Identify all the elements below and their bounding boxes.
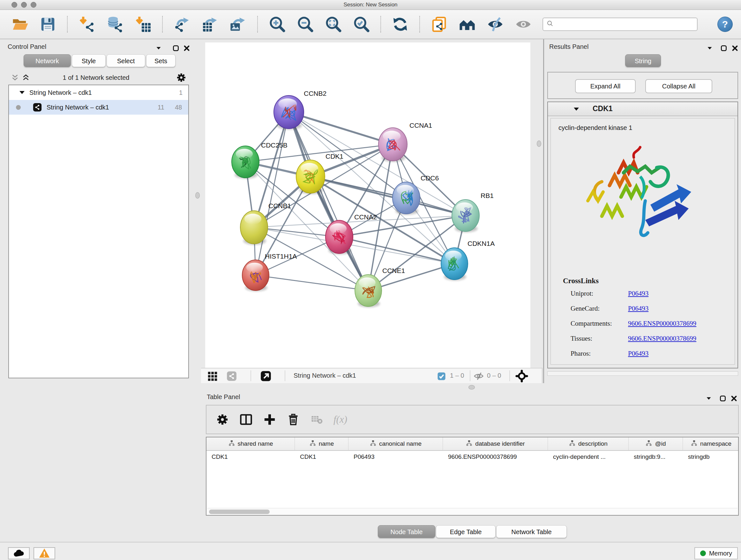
tab-string[interactable]: String (625, 54, 661, 67)
cloud-button[interactable] (8, 547, 30, 559)
crosslink-link[interactable]: 9606.ENSP00000378699 (628, 334, 696, 343)
table-cell[interactable]: 9606.ENSP00000378699 (443, 451, 548, 463)
network-canvas[interactable]: CCNB2 CCNA1 CDC25B CDK1 CDC6 RB1 CCNB1 (205, 43, 530, 368)
crosslink-link[interactable]: P06493 (628, 305, 649, 313)
search-input[interactable] (556, 20, 694, 28)
column-header-canonical-name[interactable]: canonical name (348, 437, 443, 450)
open-session-icon[interactable] (11, 15, 29, 33)
network-node-CDC25B[interactable] (232, 146, 259, 179)
network-edge[interactable] (289, 112, 368, 291)
zoom-fit-icon[interactable] (324, 15, 342, 33)
gene-section-header[interactable]: CDK1 (548, 102, 738, 116)
table-cell[interactable]: stringdb (683, 451, 739, 463)
export-image-icon[interactable] (229, 15, 247, 33)
show-columns-icon[interactable] (239, 413, 253, 427)
grid-view-icon[interactable] (207, 370, 218, 382)
control-panel-float-icon[interactable] (172, 44, 180, 52)
results-panel-menu-chevron-icon[interactable] (705, 44, 714, 52)
table-panel-close-icon[interactable] (730, 394, 738, 402)
toolbar-search[interactable] (542, 17, 697, 31)
network-node-CCNA2[interactable] (326, 220, 353, 254)
network-row-selected[interactable]: String Network – cdk1 11 48 (9, 100, 188, 115)
network-graph[interactable]: CCNB2 CCNA1 CDC25B CDK1 CDC6 RB1 CCNB1 (205, 43, 530, 368)
export-table-icon[interactable] (201, 15, 219, 33)
expand-all-button[interactable]: Expand All (575, 79, 636, 93)
zoom-selected-icon[interactable] (352, 15, 370, 33)
save-session-icon[interactable] (39, 15, 57, 33)
network-options-gear-icon[interactable] (176, 72, 187, 83)
results-panel-float-icon[interactable] (720, 44, 728, 52)
gene-collapse-triangle-icon[interactable] (572, 105, 581, 113)
network-node-CCNE1[interactable] (355, 274, 382, 307)
tab-sets[interactable]: Sets (146, 54, 176, 67)
crosslink-link[interactable]: P06493 (628, 290, 649, 298)
network-thumbnail-icon[interactable] (226, 370, 238, 382)
control-panel-close-icon[interactable] (183, 44, 191, 52)
right-splitter-handle[interactable] (537, 140, 541, 147)
table-cell[interactable]: P06493 (348, 451, 443, 463)
tab-edge-table[interactable]: Edge Table (436, 525, 495, 538)
table-cell[interactable]: CDK1 (295, 451, 348, 463)
left-splitter-handle[interactable] (195, 192, 200, 199)
network-node-CDK1[interactable] (296, 160, 325, 194)
column-header-name[interactable]: name (295, 437, 348, 450)
tab-network[interactable]: Network (23, 54, 71, 67)
table-row[interactable]: CDK1CDK1P064939606.ENSP00000378699cyclin… (206, 451, 738, 463)
crosslink-link[interactable]: 9606.ENSP00000378699 (628, 320, 696, 327)
table-scrollbar-thumb[interactable] (209, 509, 270, 514)
table-panel-menu-chevron-icon[interactable] (704, 394, 713, 402)
tab-network-table[interactable]: Network Table (496, 525, 567, 538)
column-header-namespace[interactable]: namespace (683, 437, 739, 450)
network-edge[interactable] (289, 112, 393, 144)
birdseye-crosshair-icon[interactable] (515, 369, 529, 383)
collection-expand-triangle-icon[interactable] (18, 88, 26, 97)
column-header--id[interactable]: @id (629, 437, 683, 450)
memory-button[interactable]: Memory (694, 547, 738, 559)
network-node-RB1[interactable] (452, 199, 479, 232)
column-header-shared-name[interactable]: shared name (206, 437, 295, 450)
network-edge[interactable] (311, 177, 466, 215)
delete-column-trash-icon[interactable] (286, 413, 300, 427)
crosslink-link[interactable]: P06493 (628, 350, 649, 358)
selected-checkbox-icon[interactable] (436, 371, 446, 381)
export-network-icon[interactable] (173, 15, 191, 33)
zoom-in-icon[interactable] (268, 15, 286, 33)
table-cell[interactable]: stringdb:9... (629, 451, 683, 463)
results-scrollbar[interactable] (547, 371, 738, 376)
table-cell[interactable]: CDK1 (206, 451, 295, 463)
network-node-HIST1H1A[interactable] (242, 260, 269, 291)
refresh-layout-icon[interactable] (391, 15, 409, 33)
network-node-CCNB1[interactable] (240, 211, 268, 245)
table-settings-gear-icon[interactable] (215, 413, 229, 427)
new-network-from-selection-icon[interactable] (430, 15, 448, 33)
collapse-all-button[interactable]: Collapse All (645, 79, 712, 93)
add-column-plus-icon[interactable] (263, 413, 277, 427)
tab-style[interactable]: Style (72, 54, 106, 67)
network-edge[interactable] (339, 237, 455, 264)
table-panel-float-icon[interactable] (719, 394, 727, 402)
zoom-out-icon[interactable] (296, 15, 314, 33)
tab-select[interactable]: Select (107, 54, 145, 67)
first-neighbors-icon[interactable] (458, 15, 476, 33)
column-header-description[interactable]: description (548, 437, 629, 450)
network-edge[interactable] (256, 275, 368, 291)
table-cell[interactable]: cyclin-dependent ... (548, 451, 629, 463)
network-node-CCNB2[interactable] (274, 96, 304, 129)
import-network-from-file-icon[interactable] (78, 15, 96, 33)
network-node-CDC6[interactable] (393, 182, 420, 214)
network-edge[interactable] (256, 112, 289, 275)
network-node-CDKN1A[interactable] (441, 248, 468, 280)
results-panel-close-icon[interactable] (731, 44, 739, 52)
node-table[interactable]: shared namenamecanonical namedatabase id… (206, 437, 739, 516)
warning-button[interactable] (33, 547, 55, 559)
detach-view-icon[interactable] (260, 370, 272, 382)
control-panel-menu-chevron-icon[interactable] (154, 44, 163, 52)
import-table-from-file-icon[interactable] (134, 15, 152, 33)
bottom-splitter-handle[interactable] (468, 385, 475, 389)
network-node-CCNA1[interactable] (379, 128, 407, 162)
network-collection-row[interactable]: String Network – cdk1 1 (9, 85, 188, 100)
table-scrollbar[interactable] (207, 508, 738, 515)
show-all-icon[interactable] (515, 15, 532, 33)
column-header-database-identifier[interactable]: database identifier (443, 437, 548, 450)
tab-node-table[interactable]: Node Table (378, 525, 435, 538)
